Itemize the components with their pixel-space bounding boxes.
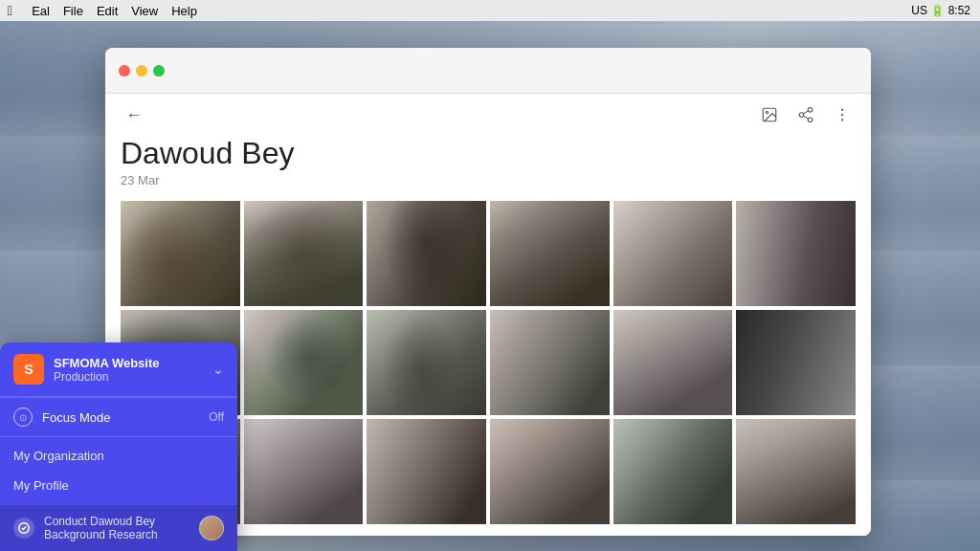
menu-view[interactable]: View [131,4,158,18]
dropdown-panel: S SFMOMA Website Production ⌄ ⊙ Focus Mo… [0,342,237,551]
close-button[interactable] [119,65,130,77]
photo-12[interactable] [736,310,856,415]
svg-line-5 [803,116,808,119]
svg-point-4 [808,118,813,122]
window-controls [119,65,165,77]
svg-point-9 [841,119,843,121]
photo-4[interactable] [490,201,610,306]
focus-mode-icon: ⊙ [13,408,33,427]
back-button[interactable]: ← [121,101,147,128]
menu-help[interactable]: Help [171,4,197,18]
menu-edit[interactable]: Edit [97,4,118,18]
svg-point-3 [799,113,804,118]
menu-bar-left:  Eal File Edit View Help [8,3,197,18]
maximize-button[interactable] [153,65,165,77]
photo-9[interactable] [367,310,486,415]
org-info: SFMOMA Website Production [54,356,203,384]
minimize-button[interactable] [136,65,147,77]
photo-5[interactable] [613,201,733,306]
my-profile-item[interactable]: My Profile [0,471,237,500]
photo-10[interactable] [490,310,610,415]
menu-app-name[interactable]: Eal [32,4,50,18]
dropdown-footer[interactable]: Conduct Dawoud Bey Background Research [0,504,237,551]
focus-mode-row[interactable]: ⊙ Focus Mode Off [0,397,237,437]
apple-logo-icon:  [8,3,12,18]
system-status: US 🔋 8:52 [911,4,970,17]
artist-name: Dawoud Bey [121,136,856,171]
photo-15[interactable] [367,419,486,524]
photo-18[interactable] [736,419,856,524]
photo-6[interactable] [736,201,856,306]
photo-17[interactable] [613,419,733,524]
user-avatar [199,516,224,540]
menu-items: My Organization My Profile [0,437,237,504]
svg-line-6 [803,111,808,114]
photo-11[interactable] [613,310,733,415]
page-actions [756,101,856,128]
org-name: SFMOMA Website [54,356,203,370]
svg-point-8 [841,114,843,116]
photo-2[interactable] [244,201,364,306]
dropdown-header[interactable]: S SFMOMA Website Production ⌄ [0,342,237,397]
svg-point-7 [841,109,843,111]
browser-toolbar [105,48,871,94]
focus-mode-value: Off [209,410,224,424]
artist-date: 23 Mar [121,173,856,187]
desktop: ← [0,21,980,551]
task-check-icon [13,518,34,539]
image-action-icon[interactable] [756,101,783,128]
footer-task-text: Conduct Dawoud Bey Background Research [44,515,189,541]
photo-3[interactable] [367,201,486,306]
focus-mode-label: Focus Mode [42,410,209,425]
svg-point-1 [766,111,768,113]
page-toolbar: ← [105,94,871,136]
more-action-icon[interactable] [829,101,856,128]
svg-point-2 [808,108,813,113]
photo-16[interactable] [490,419,610,524]
org-logo: S [13,354,44,385]
photo-1[interactable] [121,201,240,306]
menu-bar-right: US 🔋 8:52 [911,4,970,17]
chevron-down-icon[interactable]: ⌄ [212,362,224,377]
my-organization-item[interactable]: My Organization [0,441,237,471]
org-sub: Production [54,370,203,384]
photo-8[interactable] [244,310,364,415]
menu-file[interactable]: File [63,4,83,18]
share-action-icon[interactable] [792,101,819,128]
menu-bar:  Eal File Edit View Help US 🔋 8:52 [0,0,980,21]
photo-14[interactable] [244,419,364,524]
